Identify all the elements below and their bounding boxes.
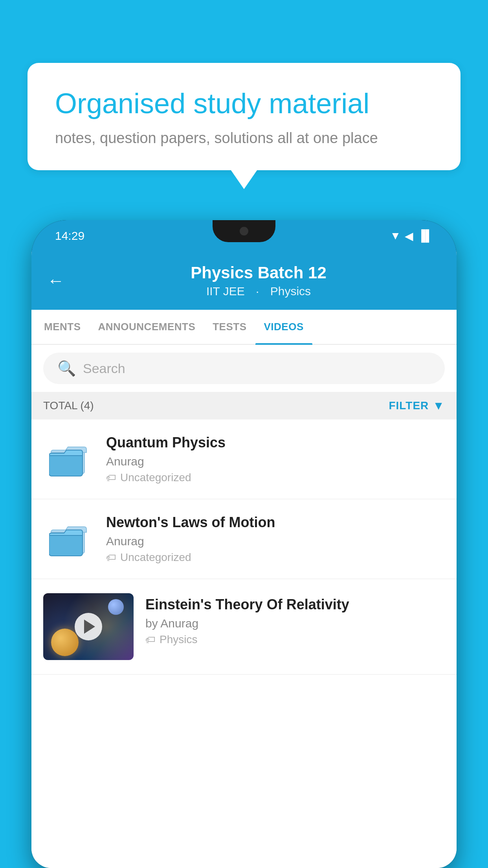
phone-screen: ← Physics Batch 12 IIT JEE · Physics MEN… [31, 252, 457, 868]
svg-rect-3 [49, 533, 83, 556]
batch-subtitle: IIT JEE · Physics [76, 285, 441, 298]
status-bar: 14:29 ▼ ◀ ▐▌ [31, 220, 457, 252]
batch-title: Physics Batch 12 [76, 263, 441, 282]
video-tag-2: 🏷 Uncategorized [106, 551, 445, 564]
tag-icon: 🏷 [106, 472, 116, 484]
tab-tests[interactable]: TESTS [204, 310, 255, 344]
bubble-title: Organised study material [55, 86, 433, 120]
filter-button[interactable]: FILTER ▼ [389, 399, 445, 412]
bubble-subtitle: notes, question papers, solutions all at… [55, 130, 433, 147]
status-icons: ▼ ◀ ▐▌ [390, 230, 433, 243]
video-list: Quantum Physics Anurag 🏷 Uncategorized [31, 419, 457, 868]
search-container: 🔍 Search [31, 345, 457, 392]
folder-icon [49, 521, 88, 557]
status-time: 14:29 [55, 229, 84, 243]
total-count: TOTAL (4) [43, 399, 94, 412]
batch-tag1: IIT JEE [206, 285, 245, 298]
tab-announcements[interactable]: ANNOUNCEMENTS [90, 310, 204, 344]
planet-small-decoration [108, 599, 124, 615]
app-header: ← Physics Batch 12 IIT JEE · Physics [31, 252, 457, 310]
video-title-2: Newton's Laws of Motion [106, 514, 445, 531]
search-placeholder-text: Search [83, 361, 125, 376]
tag-label-3: Physics [160, 633, 197, 646]
video-author-1: Anurag [106, 455, 445, 468]
tab-videos[interactable]: VIDEOS [255, 310, 312, 344]
video-tag-3: 🏷 Physics [145, 633, 445, 646]
video-thumbnail [43, 593, 134, 660]
list-item[interactable]: Einstein's Theory Of Relativity by Anura… [31, 579, 457, 675]
video-info-2: Newton's Laws of Motion Anurag 🏷 Uncateg… [106, 514, 445, 564]
folder-thumb-2 [43, 513, 94, 565]
tag-label-2: Uncategorized [120, 551, 191, 564]
video-tag-1: 🏷 Uncategorized [106, 471, 445, 484]
folder-icon [49, 441, 88, 477]
search-icon: 🔍 [57, 360, 76, 377]
batch-tag-separator: · [256, 285, 262, 298]
video-author-3: by Anurag [145, 617, 445, 630]
video-title-1: Quantum Physics [106, 434, 445, 451]
list-item[interactable]: Newton's Laws of Motion Anurag 🏷 Uncateg… [31, 499, 457, 579]
filter-row: TOTAL (4) FILTER ▼ [31, 392, 457, 419]
video-title-3: Einstein's Theory Of Relativity [145, 596, 445, 613]
signal-icon: ◀ [405, 230, 413, 243]
phone-frame: 14:29 ▼ ◀ ▐▌ ← Physics Batch 12 IIT JEE … [31, 220, 457, 868]
play-icon [84, 620, 95, 634]
planet-decoration [51, 629, 79, 656]
camera [240, 227, 248, 235]
search-bar[interactable]: 🔍 Search [43, 353, 445, 384]
svg-rect-1 [49, 453, 83, 476]
tag-label-1: Uncategorized [120, 471, 191, 484]
tab-bar: MENTS ANNOUNCEMENTS TESTS VIDEOS [31, 310, 457, 345]
video-info-1: Quantum Physics Anurag 🏷 Uncategorized [106, 434, 445, 484]
filter-icon: ▼ [433, 399, 445, 412]
phone-notch [213, 220, 275, 242]
batch-tag2: Physics [270, 285, 311, 298]
video-info-3: Einstein's Theory Of Relativity by Anura… [145, 593, 445, 646]
tag-icon: 🏷 [106, 552, 116, 564]
wifi-icon: ▼ [390, 230, 401, 242]
folder-thumb-1 [43, 434, 94, 485]
back-button[interactable]: ← [47, 272, 64, 289]
header-title-block: Physics Batch 12 IIT JEE · Physics [76, 263, 441, 298]
tab-documents[interactable]: MENTS [35, 310, 90, 344]
battery-icon: ▐▌ [417, 230, 433, 242]
tag-icon: 🏷 [145, 634, 156, 646]
play-button[interactable] [75, 613, 102, 640]
speech-bubble: Organised study material notes, question… [28, 63, 460, 170]
video-author-2: Anurag [106, 535, 445, 548]
filter-label: FILTER [389, 399, 429, 412]
list-item[interactable]: Quantum Physics Anurag 🏷 Uncategorized [31, 419, 457, 499]
